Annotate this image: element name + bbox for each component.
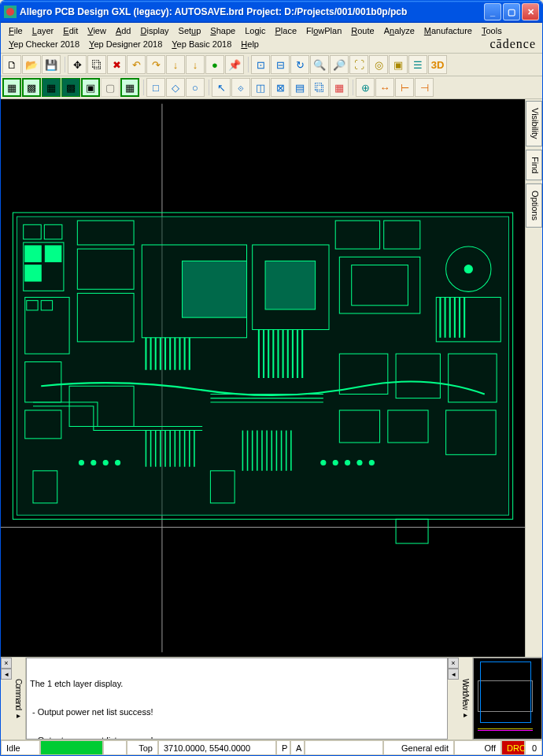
console-collapse-icon[interactable]: ◂: [1, 669, 12, 680]
mode6-icon[interactable]: ▢: [101, 78, 120, 97]
down2-icon[interactable]: ↓: [186, 55, 205, 74]
worldview-tab[interactable]: WorldView ▸: [459, 658, 473, 739]
status-a[interactable]: A: [290, 740, 305, 755]
menu-file[interactable]: File: [4, 24, 28, 37]
svg-point-47: [464, 265, 472, 273]
mode4-icon[interactable]: ▩: [61, 78, 80, 97]
down1-icon[interactable]: ↓: [166, 55, 185, 74]
side-tabs: Visibility Find Options: [525, 99, 542, 657]
sel-edge-icon[interactable]: ⟐: [231, 78, 250, 97]
save-icon[interactable]: 💾: [42, 55, 61, 74]
mode7-icon[interactable]: ▦: [120, 78, 139, 97]
mode3-icon[interactable]: ▦: [42, 78, 61, 97]
console-close-icon[interactable]: ×: [1, 658, 12, 669]
menu-analyze[interactable]: Analyze: [379, 24, 419, 37]
dim-end-icon[interactable]: ⊣: [415, 78, 434, 97]
menu-place[interactable]: Place: [271, 24, 302, 37]
worldview-panel: × ◂ WorldView ▸: [448, 658, 542, 739]
zoomfit-icon[interactable]: ⛶: [349, 55, 368, 74]
new-icon[interactable]: 🗋: [2, 55, 21, 74]
shape-circle-icon[interactable]: ○: [186, 78, 205, 97]
menu-yepbasic[interactable]: Yep Basic 2018: [167, 38, 236, 50]
divider: [207, 80, 209, 95]
divider: [63, 57, 65, 72]
status-mode[interactable]: General edit: [383, 740, 454, 755]
close-button[interactable]: ✕: [522, 3, 539, 20]
mode2-icon[interactable]: ▩: [22, 78, 41, 97]
svg-rect-10: [45, 246, 61, 261]
status-off[interactable]: Off: [454, 740, 501, 755]
svg-point-1: [6, 8, 14, 16]
menu-shape[interactable]: Shape: [205, 24, 240, 37]
svg-point-95: [345, 461, 350, 465]
console-panel: × ◂ Command ▸ The 1 etch layer display. …: [1, 658, 448, 739]
marker-icon[interactable]: ●: [205, 55, 224, 74]
status-drc[interactable]: DRC: [501, 740, 525, 755]
status-progress: [40, 740, 103, 755]
open-icon[interactable]: 📂: [22, 55, 41, 74]
delete-icon[interactable]: ✖: [107, 55, 126, 74]
menu-flowplan[interactable]: FlowPlan: [301, 24, 346, 37]
sel-vert-icon[interactable]: ◫: [251, 78, 270, 97]
worldview-close-icon[interactable]: ×: [448, 658, 459, 669]
pin-icon[interactable]: 📌: [225, 55, 244, 74]
divider: [142, 80, 144, 95]
sel-misc-icon[interactable]: ▦: [330, 78, 349, 97]
tab-find[interactable]: Find: [526, 150, 542, 180]
menu-display[interactable]: Display: [136, 24, 174, 37]
sel-merge-icon[interactable]: ⿻: [310, 78, 329, 97]
console-output[interactable]: The 1 etch layer display. - Output power…: [26, 658, 448, 739]
console-controls: × ◂: [1, 658, 12, 739]
menu-help[interactable]: Help: [236, 38, 264, 50]
svg-point-91: [103, 461, 108, 465]
refresh-icon[interactable]: ↻: [290, 55, 309, 74]
svg-point-94: [333, 461, 338, 465]
minimize-button[interactable]: _: [484, 3, 501, 20]
menu-route[interactable]: Route: [346, 24, 379, 37]
zoomout-icon[interactable]: 🔎: [330, 55, 349, 74]
redo-icon[interactable]: ↷: [146, 55, 165, 74]
zoomcenter-icon[interactable]: ◎: [369, 55, 388, 74]
zoomprev-icon[interactable]: ⊟: [271, 55, 290, 74]
shape-rect-icon[interactable]: □: [146, 78, 165, 97]
menu-tools[interactable]: Tools: [477, 24, 507, 37]
layers-icon[interactable]: ☰: [408, 55, 427, 74]
pcb-canvas[interactable]: [1, 99, 525, 657]
dim-h-icon[interactable]: ↔: [375, 78, 394, 97]
tab-visibility[interactable]: Visibility: [526, 101, 542, 146]
meas-icon[interactable]: ⊕: [356, 78, 375, 97]
sel-arrow-icon[interactable]: ↖: [212, 78, 231, 97]
menu-edit[interactable]: Edit: [58, 24, 83, 37]
worldview-canvas[interactable]: [473, 658, 542, 739]
svg-point-90: [91, 461, 96, 465]
menu-yepdesigner[interactable]: Yep Designer 2018: [84, 38, 167, 50]
status-p[interactable]: P: [276, 740, 290, 755]
menu-manufacture[interactable]: Manufacture: [419, 24, 477, 37]
mode5-icon[interactable]: ▣: [81, 78, 100, 97]
zoomregion-icon[interactable]: ⊡: [251, 55, 270, 74]
move-icon[interactable]: ✥: [68, 55, 87, 74]
menu-layer[interactable]: Layer: [28, 24, 59, 37]
dim-mid-icon[interactable]: ⊢: [395, 78, 414, 97]
menu-yepchecker[interactable]: Yep Checker 2018: [4, 38, 84, 50]
svg-point-89: [79, 461, 83, 465]
sel-void-icon[interactable]: ▤: [290, 78, 309, 97]
menu-setup[interactable]: Setup: [174, 24, 206, 37]
mode1-icon[interactable]: ▦: [2, 78, 21, 97]
view3d-icon[interactable]: 3D: [428, 55, 447, 74]
copy-icon[interactable]: ⿻: [87, 55, 106, 74]
svg-point-97: [369, 461, 374, 465]
menu-logic[interactable]: Logic: [240, 24, 270, 37]
sel-del-icon[interactable]: ⊠: [271, 78, 290, 97]
status-layer[interactable]: Top: [127, 740, 158, 755]
menu-view[interactable]: View: [83, 24, 111, 37]
tab-options[interactable]: Options: [526, 183, 542, 228]
maximize-button[interactable]: ▢: [503, 3, 520, 20]
zoomselect-icon[interactable]: ▣: [389, 55, 408, 74]
zoomin-icon[interactable]: 🔍: [310, 55, 329, 74]
worldview-collapse-icon[interactable]: ◂: [448, 669, 459, 680]
console-tab[interactable]: Command ▸: [12, 658, 26, 739]
undo-icon[interactable]: ↶: [127, 55, 146, 74]
shape-poly-icon[interactable]: ◇: [166, 78, 185, 97]
menu-add[interactable]: Add: [111, 24, 136, 37]
